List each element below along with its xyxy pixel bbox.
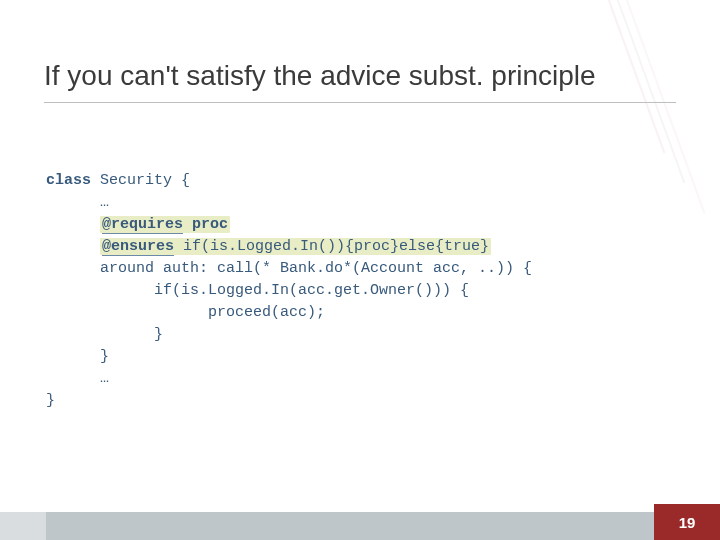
decorative-stroke: [595, 0, 686, 184]
page-number-badge: 19: [654, 504, 720, 540]
code-text: …: [46, 370, 109, 387]
highlight-requires: @requires proc: [100, 216, 230, 233]
footer-block-left: [0, 512, 46, 540]
code-text: …: [46, 194, 109, 211]
code-text: Security {: [91, 172, 190, 189]
title-underline: [44, 102, 676, 103]
code-text: [183, 216, 192, 233]
code-text: around auth: call(* Bank.do*(Account acc…: [46, 260, 532, 277]
highlight-ensures: @ensures if(is.Logged.In()){proc}else{tr…: [100, 238, 491, 255]
footer-block-mid: [46, 512, 654, 540]
code-text: if(is.Logged.In()){proc}else{true}: [183, 238, 489, 255]
code-block: class Security { … @requires proc @ensur…: [46, 170, 532, 412]
code-text: }: [46, 392, 55, 409]
code-text: }: [46, 326, 163, 343]
page-number: 19: [679, 514, 696, 531]
code-text: [46, 238, 100, 255]
slide: If you can't satisfy the advice subst. p…: [0, 0, 720, 540]
annotation-ensures: @ensures: [102, 238, 174, 256]
slide-title: If you can't satisfy the advice subst. p…: [44, 60, 596, 92]
code-text: [174, 238, 183, 255]
code-text: if(is.Logged.In(acc.get.Owner())) {: [46, 282, 469, 299]
code-text: proceed(acc);: [46, 304, 325, 321]
keyword-class: class: [46, 172, 91, 189]
code-text: [46, 216, 100, 233]
keyword-proc: proc: [192, 216, 228, 233]
code-text: }: [46, 348, 109, 365]
annotation-requires: @requires: [102, 216, 183, 234]
footer: 19: [0, 492, 720, 540]
